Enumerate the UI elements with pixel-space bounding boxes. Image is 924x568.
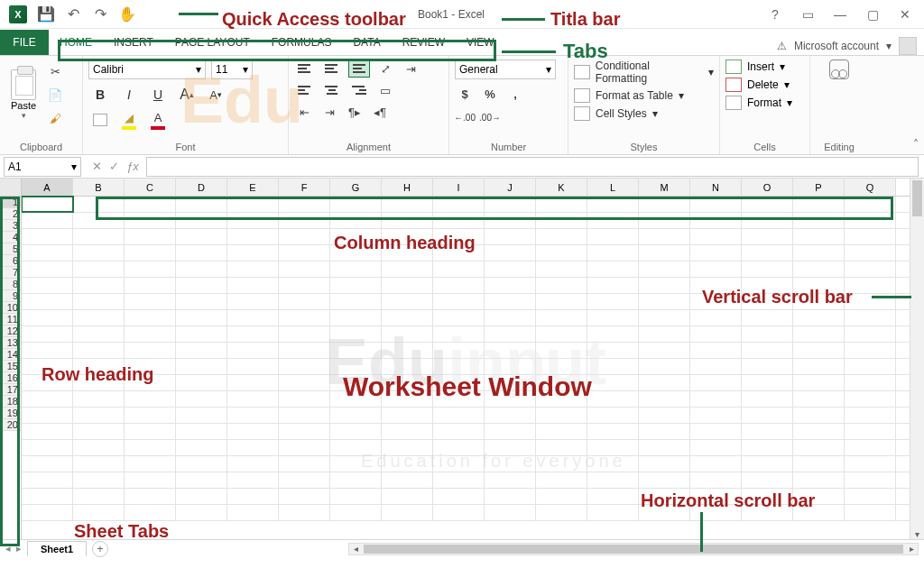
cell[interactable] <box>22 197 73 212</box>
cell[interactable] <box>485 294 536 309</box>
cell[interactable] <box>176 440 227 455</box>
cell[interactable] <box>433 391 485 407</box>
scroll-thumb[interactable] <box>364 545 903 554</box>
cell[interactable] <box>690 213 742 228</box>
cell[interactable] <box>279 197 330 212</box>
cell[interactable] <box>125 261 176 277</box>
borders-button[interactable] <box>88 110 112 130</box>
cell[interactable] <box>742 505 793 520</box>
cell[interactable] <box>485 472 536 488</box>
insert-function-icon[interactable]: ƒx <box>126 160 139 173</box>
cell[interactable] <box>22 424 73 439</box>
cell[interactable] <box>587 213 639 228</box>
row-heading[interactable]: 3 <box>0 220 21 232</box>
column-heading[interactable]: C <box>125 179 176 196</box>
cell[interactable] <box>227 424 279 439</box>
cell[interactable] <box>227 229 279 244</box>
cell[interactable] <box>536 391 587 407</box>
cell[interactable] <box>227 472 279 488</box>
row-heading[interactable]: 10 <box>0 302 21 314</box>
cell[interactable] <box>536 310 587 325</box>
cell[interactable] <box>845 310 896 325</box>
cell[interactable] <box>485 278 536 293</box>
cell[interactable] <box>845 245 896 261</box>
cell[interactable] <box>536 505 587 520</box>
formula-bar[interactable] <box>146 157 919 177</box>
cell[interactable] <box>433 359 485 374</box>
column-heading[interactable]: P <box>793 179 845 196</box>
cell[interactable] <box>485 229 536 244</box>
cell[interactable] <box>73 489 125 504</box>
align-middle-button[interactable] <box>321 60 343 78</box>
cell[interactable] <box>845 197 896 212</box>
cell[interactable] <box>382 278 433 293</box>
cell[interactable] <box>73 326 125 342</box>
cell[interactable] <box>690 505 742 520</box>
cell[interactable] <box>22 375 73 390</box>
cell[interactable] <box>433 197 485 212</box>
cell[interactable] <box>639 197 690 212</box>
cell[interactable] <box>742 278 793 293</box>
chevron-down-icon[interactable]: ▾ <box>652 107 658 120</box>
cell[interactable] <box>639 456 690 472</box>
conditional-formatting-button[interactable]: Conditional Formatting▾ <box>574 60 714 85</box>
row-heading[interactable]: 8 <box>0 279 21 290</box>
cell[interactable] <box>690 391 742 407</box>
cell[interactable] <box>73 294 125 309</box>
cell[interactable] <box>382 213 433 228</box>
cell[interactable] <box>793 197 845 212</box>
cell[interactable] <box>330 489 382 504</box>
ltr-button[interactable]: ◂¶ <box>370 103 390 121</box>
cell[interactable] <box>742 294 793 309</box>
cell[interactable] <box>433 408 485 423</box>
cell[interactable] <box>742 261 793 277</box>
cell[interactable] <box>690 408 742 423</box>
cell[interactable] <box>793 505 845 520</box>
cell[interactable] <box>176 310 227 325</box>
cell[interactable] <box>793 375 845 390</box>
cell[interactable] <box>433 213 485 228</box>
cell[interactable] <box>330 375 382 390</box>
cell[interactable] <box>227 310 279 325</box>
cell[interactable] <box>279 424 330 439</box>
cell[interactable] <box>227 294 279 309</box>
cell[interactable] <box>639 278 690 293</box>
cell[interactable] <box>639 505 690 520</box>
column-heading[interactable]: E <box>227 179 279 196</box>
cell[interactable] <box>227 278 279 293</box>
redo-icon[interactable]: ↷ <box>92 6 108 23</box>
cell[interactable] <box>330 424 382 439</box>
cell[interactable] <box>690 440 742 455</box>
row-heading[interactable]: 18 <box>0 396 21 408</box>
cell[interactable] <box>73 391 125 407</box>
cell[interactable] <box>73 456 125 472</box>
cell[interactable] <box>279 213 330 228</box>
cell[interactable] <box>125 326 176 342</box>
cell[interactable] <box>845 278 896 293</box>
tab-formulas[interactable]: FORMULAS <box>261 30 343 55</box>
cell[interactable] <box>793 310 845 325</box>
cell[interactable] <box>382 343 433 358</box>
cell[interactable] <box>485 391 536 407</box>
cell[interactable] <box>279 261 330 277</box>
cell[interactable] <box>227 197 279 212</box>
cell[interactable] <box>22 310 73 325</box>
row-heading[interactable]: 12 <box>0 325 21 337</box>
cell[interactable] <box>73 505 125 520</box>
cell[interactable] <box>690 197 742 212</box>
cell[interactable] <box>485 261 536 277</box>
chevron-down-icon[interactable]: ▾ <box>546 63 551 76</box>
collapse-ribbon-icon[interactable]: ˄ <box>913 138 919 151</box>
cell[interactable] <box>279 343 330 358</box>
cell[interactable] <box>845 472 896 488</box>
cell[interactable] <box>176 245 227 261</box>
cell[interactable] <box>330 391 382 407</box>
restore-button[interactable]: ▢ <box>864 6 881 23</box>
cells-grid[interactable] <box>22 197 910 521</box>
cell[interactable] <box>793 440 845 455</box>
font-color-button[interactable]: A <box>146 110 170 130</box>
cell[interactable] <box>176 505 227 520</box>
cell[interactable] <box>845 456 896 472</box>
cell[interactable] <box>176 278 227 293</box>
cell[interactable] <box>279 359 330 374</box>
